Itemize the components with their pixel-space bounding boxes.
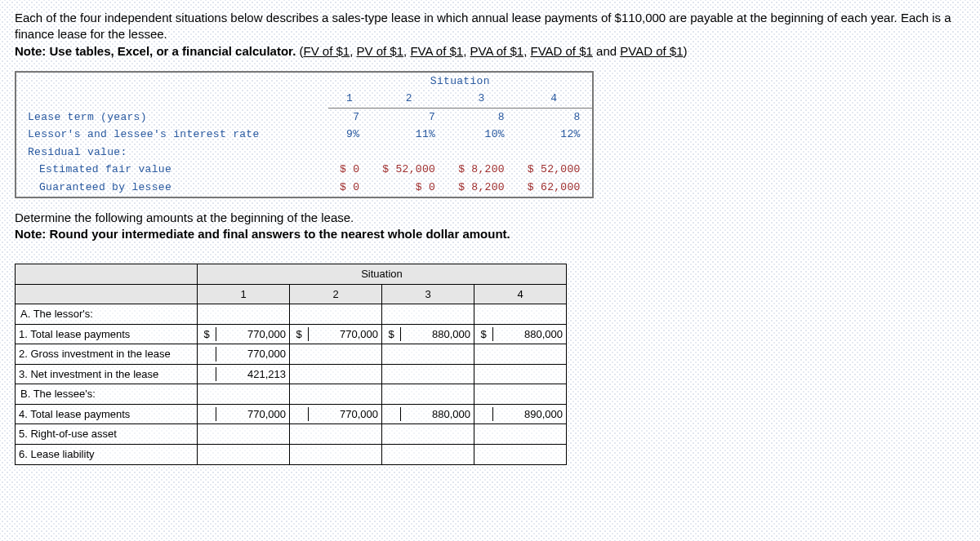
row-a3: 3. Net investment in the lease 421,213 [16,364,567,384]
row-b5: 5. Right-of-use asset [16,424,567,445]
input-a1-2[interactable]: 770,000 [309,327,381,342]
note-label: Note: Use tables, Excel, or a financial … [15,44,296,58]
ans-col-1: 1 [198,284,290,304]
link-pva[interactable]: PVA of $1 [470,44,524,58]
link-fv[interactable]: FV of $1 [303,44,350,58]
input-a2-1[interactable]: 770,000 [216,347,289,361]
row-estimated-fair-value: Estimated fair value $ 0 $ 52,000 $ 8,20… [16,161,593,179]
input-b4-4[interactable]: 890,000 [493,407,566,422]
row-b6: 6. Lease liability [16,445,567,465]
ans-col-3: 3 [382,284,474,304]
link-fva[interactable]: FVA of $1 [410,44,463,58]
input-a1-3[interactable]: 880,000 [401,327,474,342]
row-a2: 2. Gross investment in the lease 770,000 [16,344,567,365]
input-a3-1[interactable]: 421,213 [216,367,289,382]
answer-title: Situation [198,264,567,285]
given-data-table: Situation 1 2 3 4 Lease term (years) 7 7… [15,71,594,198]
link-pv[interactable]: PV of $1 [357,44,404,58]
section-b: B. The lessee's: [16,384,198,405]
row-a1: 1. Total lease payments $770,000 $770,00… [16,324,567,344]
problem-statement: Each of the four independent situations … [15,10,965,60]
instructions: Determine the following amounts at the b… [15,210,965,243]
intro-text: Each of the four independent situations … [15,11,951,41]
input-b4-2[interactable]: 770,000 [309,407,381,422]
link-fvad[interactable]: FVAD of $1 [530,44,592,58]
row-b4: 4. Total lease payments 770,000 770,000 … [16,404,567,424]
section-a: A. The lessor's: [16,304,198,325]
input-b4-3[interactable]: 880,000 [401,407,474,422]
given-col-4: 4 [516,90,593,108]
row-interest-rate: Lessor's and lessee's interest rate 9% 1… [16,126,593,144]
input-a1-4[interactable]: 880,000 [493,327,566,342]
row-residual-header: Residual value: [16,144,593,162]
ans-col-2: 2 [290,284,382,304]
input-b4-1[interactable]: 770,000 [216,407,289,422]
input-a1-1[interactable]: 770,000 [216,327,289,342]
given-col-3: 3 [447,90,516,108]
given-col-1: 1 [328,90,371,108]
link-pvad[interactable]: PVAD of $1 [620,44,683,58]
row-guaranteed-by-lessee: Guaranteed by lessee $ 0 $ 0 $ 8,200 $ 6… [16,179,593,197]
row-lease-term: Lease term (years) 7 7 8 8 [16,108,593,126]
given-col-2: 2 [371,90,447,108]
answer-table: Situation 1 2 3 4 A. The lessor's: 1. To… [15,264,567,464]
ans-col-4: 4 [474,284,567,304]
given-title: Situation [328,72,593,91]
